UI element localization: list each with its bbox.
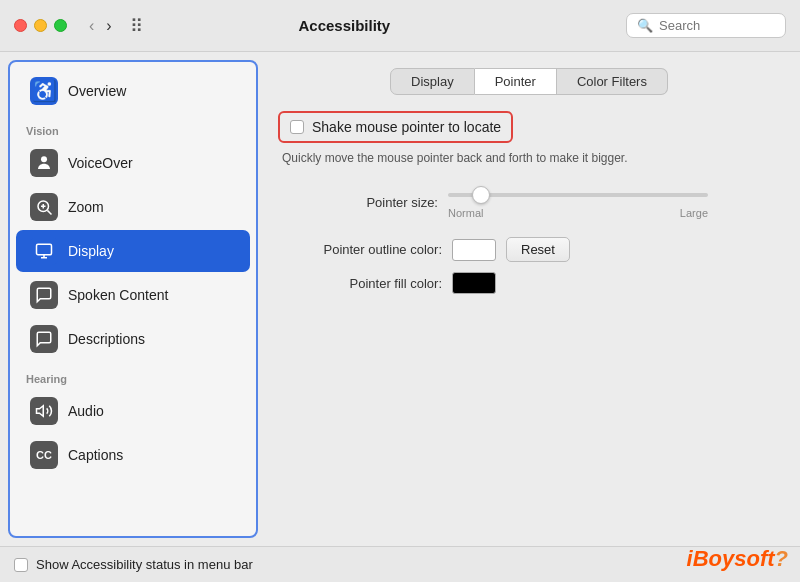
svg-rect-5	[37, 244, 52, 255]
traffic-lights	[14, 19, 67, 32]
slider-labels: Normal Large	[448, 207, 708, 219]
shake-mouse-row: Shake mouse pointer to locate	[278, 111, 513, 143]
sidebar-item-voiceover[interactable]: VoiceOver	[16, 142, 250, 184]
shake-label: Shake mouse pointer to locate	[312, 119, 501, 135]
sidebar-item-overview[interactable]: ♿ Overview	[16, 70, 250, 112]
sidebar-item-zoom[interactable]: Zoom	[16, 186, 250, 228]
svg-marker-8	[37, 406, 44, 417]
vision-section-label: Vision	[10, 113, 256, 141]
hearing-section-label: Hearing	[10, 361, 256, 389]
sidebar-item-label: Zoom	[68, 199, 104, 215]
pointer-size-slider[interactable]	[448, 193, 708, 197]
sidebar-item-audio[interactable]: Audio	[16, 390, 250, 432]
tab-pointer[interactable]: Pointer	[475, 68, 557, 95]
sidebar-item-display[interactable]: Display	[16, 230, 250, 272]
bottom-bar: Show Accessibility status in menu bar	[0, 546, 800, 582]
sidebar-item-spoken-content[interactable]: Spoken Content	[16, 274, 250, 316]
sidebar-item-label: Spoken Content	[68, 287, 168, 303]
pointer-size-label: Pointer size:	[278, 195, 438, 210]
watermark-brand: iBoysoft	[687, 546, 775, 571]
slider-min-label: Normal	[448, 207, 483, 219]
sidebar-item-label: VoiceOver	[68, 155, 133, 171]
window-title: Accessibility	[73, 17, 616, 34]
right-panel: Display Pointer Color Filters Shake mous…	[258, 52, 800, 546]
watermark-suffix: ?	[775, 546, 788, 571]
maximize-button[interactable]	[54, 19, 67, 32]
sidebar-item-label: Descriptions	[68, 331, 145, 347]
descriptions-icon	[30, 325, 58, 353]
shake-description: Quickly move the mouse pointer back and …	[282, 149, 642, 167]
color-rows-wrapper: Pointer outline color: Reset Pointer fil…	[278, 237, 780, 294]
sidebar-item-label: Captions	[68, 447, 123, 463]
main-content: ♿ Overview Vision VoiceOver	[0, 52, 800, 546]
overview-icon: ♿	[30, 77, 58, 105]
audio-icon	[30, 397, 58, 425]
slider-max-label: Large	[680, 207, 708, 219]
svg-point-0	[41, 156, 47, 162]
watermark: iBoysoft?	[687, 546, 788, 572]
spoken-content-icon	[30, 281, 58, 309]
svg-line-2	[47, 210, 51, 214]
search-input[interactable]	[659, 18, 775, 33]
zoom-icon	[30, 193, 58, 221]
shake-checkbox[interactable]	[290, 120, 304, 134]
tab-bar: Display Pointer Color Filters	[278, 68, 780, 95]
sidebar-item-label: Overview	[68, 83, 126, 99]
bottom-label: Show Accessibility status in menu bar	[36, 557, 253, 572]
pointer-fill-row: Pointer fill color:	[282, 272, 780, 294]
pointer-fill-swatch[interactable]	[452, 272, 496, 294]
sidebar-item-captions[interactable]: CC Captions	[16, 434, 250, 476]
sidebar-item-label: Audio	[68, 403, 104, 419]
pointer-size-row: Pointer size: Normal Large	[278, 185, 780, 219]
bottom-checkbox[interactable]	[14, 558, 28, 572]
reset-button[interactable]: Reset	[506, 237, 570, 262]
display-icon	[30, 237, 58, 265]
sidebar: ♿ Overview Vision VoiceOver	[8, 60, 258, 538]
pointer-outline-label: Pointer outline color:	[282, 242, 442, 257]
sidebar-item-label: Display	[68, 243, 114, 259]
title-bar: ‹ › ⠿ Accessibility 🔍	[0, 0, 800, 52]
pointer-outline-row: Pointer outline color: Reset	[282, 237, 780, 262]
sidebar-item-descriptions[interactable]: Descriptions	[16, 318, 250, 360]
search-icon: 🔍	[637, 18, 653, 33]
tab-color-filters[interactable]: Color Filters	[557, 68, 668, 95]
pointer-fill-label: Pointer fill color:	[282, 276, 442, 291]
settings-panel: Shake mouse pointer to locate Quickly mo…	[278, 111, 780, 530]
voiceover-icon	[30, 149, 58, 177]
search-bar[interactable]: 🔍	[626, 13, 786, 38]
close-button[interactable]	[14, 19, 27, 32]
slider-track	[448, 185, 708, 205]
minimize-button[interactable]	[34, 19, 47, 32]
pointer-outline-swatch[interactable]	[452, 239, 496, 261]
tab-display[interactable]: Display	[390, 68, 475, 95]
captions-icon: CC	[30, 441, 58, 469]
pointer-size-slider-container: Normal Large	[448, 185, 708, 219]
